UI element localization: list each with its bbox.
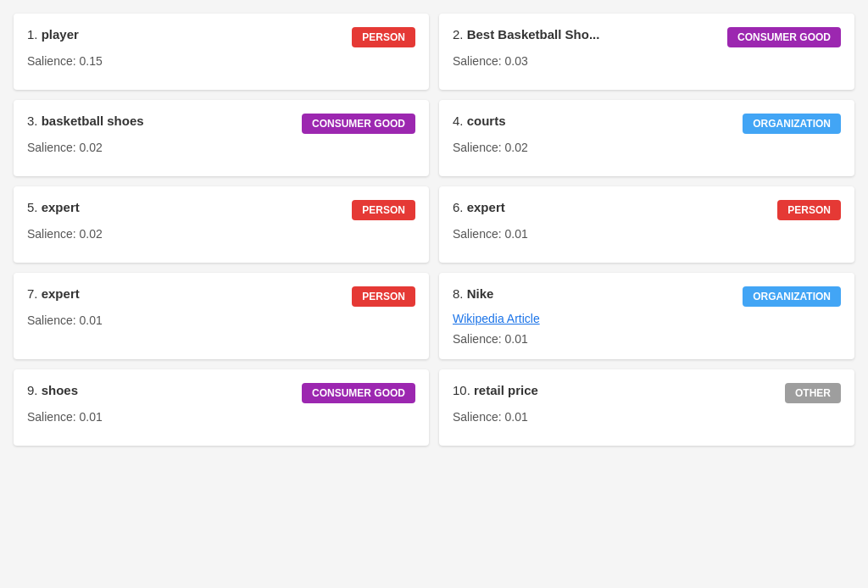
entity-card-7: 7. expert PERSON Salience: 0.01 — [14, 273, 429, 359]
entity-name: Best Basketball Sho... — [467, 27, 600, 42]
entity-name: expert — [42, 200, 80, 214]
salience-label: Salience: — [453, 227, 502, 241]
card-number: 5. — [27, 200, 38, 214]
card-title: 6. expert — [453, 200, 777, 214]
salience-line: Salience: 0.01 — [453, 227, 841, 241]
salience-label: Salience: — [453, 141, 502, 154]
salience-label: Salience: — [27, 410, 76, 424]
card-header: 6. expert PERSON — [453, 200, 841, 220]
salience-value: 0.03 — [504, 54, 527, 68]
entity-badge: ORGANIZATION — [743, 114, 841, 134]
salience-line: Salience: 0.01 — [453, 410, 841, 424]
card-number: 4. — [453, 114, 464, 128]
entity-name: basketball shoes — [42, 114, 144, 128]
entity-card-6: 6. expert PERSON Salience: 0.01 — [439, 186, 854, 263]
entity-badge: ORGANIZATION — [743, 286, 841, 307]
card-number: 7. — [27, 286, 38, 301]
entity-card-1: 1. player PERSON Salience: 0.15 — [14, 14, 429, 90]
salience-line: Salience: 0.02 — [27, 141, 415, 154]
entity-name: shoes — [42, 383, 78, 397]
card-header: 2. Best Basketball Sho... CONSUMER GOOD — [453, 27, 841, 47]
card-title: 10. retail price — [453, 383, 785, 397]
salience-line: Salience: 0.02 — [453, 141, 841, 154]
entity-badge: PERSON — [352, 286, 415, 307]
card-header: 10. retail price OTHER — [453, 383, 841, 403]
card-header: 1. player PERSON — [27, 27, 415, 47]
entity-card-3: 3. basketball shoes CONSUMER GOOD Salien… — [14, 100, 429, 176]
salience-line: Salience: 0.03 — [453, 54, 841, 68]
salience-value: 0.01 — [504, 227, 527, 241]
salience-label: Salience: — [453, 54, 502, 68]
salience-value: 0.02 — [79, 141, 102, 154]
entity-card-8: 8. Nike ORGANIZATION Wikipedia Article S… — [439, 273, 854, 359]
salience-label: Salience: — [27, 313, 76, 327]
entity-card-9: 9. shoes CONSUMER GOOD Salience: 0.01 — [14, 369, 429, 446]
entity-badge: CONSUMER GOOD — [302, 383, 415, 403]
card-title: 4. courts — [453, 114, 743, 128]
salience-line: Salience: 0.15 — [27, 54, 415, 68]
card-header: 5. expert PERSON — [27, 200, 415, 220]
entity-grid: 1. player PERSON Salience: 0.15 2. Best … — [14, 14, 854, 446]
card-header: 4. courts ORGANIZATION — [453, 114, 841, 134]
card-number: 10. — [453, 383, 470, 397]
card-title: 9. shoes — [27, 383, 302, 397]
salience-value: 0.01 — [79, 410, 102, 424]
card-header: 7. expert PERSON — [27, 286, 415, 307]
card-number: 3. — [27, 114, 38, 128]
entity-name: expert — [467, 200, 505, 214]
card-number: 2. — [453, 27, 464, 42]
salience-label: Salience: — [453, 332, 502, 346]
entity-badge: PERSON — [352, 200, 415, 220]
card-header: 9. shoes CONSUMER GOOD — [27, 383, 415, 403]
card-title: 7. expert — [27, 286, 352, 301]
entity-name: expert — [42, 286, 80, 301]
salience-value: 0.01 — [504, 410, 527, 424]
entity-badge: PERSON — [777, 200, 841, 220]
salience-line: Salience: 0.01 — [27, 313, 415, 327]
salience-value: 0.15 — [79, 54, 102, 68]
card-header: 8. Nike ORGANIZATION — [453, 286, 841, 307]
entity-name: courts — [467, 114, 506, 128]
entity-card-5: 5. expert PERSON Salience: 0.02 — [14, 186, 429, 263]
entity-name: Nike — [467, 286, 494, 301]
salience-line: Salience: 0.01 — [453, 332, 841, 346]
salience-label: Salience: — [27, 141, 76, 154]
card-title: 3. basketball shoes — [27, 114, 302, 128]
card-number: 8. — [453, 286, 464, 301]
entity-name: player — [42, 27, 79, 42]
salience-line: Salience: 0.02 — [27, 227, 415, 241]
salience-value: 0.02 — [79, 227, 102, 241]
salience-value: 0.02 — [504, 141, 527, 154]
entity-badge: PERSON — [352, 27, 415, 47]
card-title: 8. Nike — [453, 286, 743, 301]
card-title: 1. player — [27, 27, 352, 42]
salience-value: 0.01 — [79, 313, 102, 327]
card-number: 6. — [453, 200, 464, 214]
card-number: 1. — [27, 27, 38, 42]
salience-label: Salience: — [27, 227, 76, 241]
entity-name: retail price — [474, 383, 538, 397]
entity-card-4: 4. courts ORGANIZATION Salience: 0.02 — [439, 100, 854, 176]
salience-line: Salience: 0.01 — [27, 410, 415, 424]
salience-label: Salience: — [27, 54, 76, 68]
entity-badge: CONSUMER GOOD — [727, 27, 841, 47]
card-header: 3. basketball shoes CONSUMER GOOD — [27, 114, 415, 134]
entity-badge: OTHER — [785, 383, 841, 403]
salience-value: 0.01 — [504, 332, 527, 346]
wikipedia-link[interactable]: Wikipedia Article — [453, 312, 841, 325]
entity-badge: CONSUMER GOOD — [302, 114, 415, 134]
card-title: 5. expert — [27, 200, 352, 214]
salience-label: Salience: — [453, 410, 502, 424]
card-title: 2. Best Basketball Sho... — [453, 27, 727, 42]
entity-card-2: 2. Best Basketball Sho... CONSUMER GOOD … — [439, 14, 854, 90]
card-number: 9. — [27, 383, 38, 397]
entity-card-10: 10. retail price OTHER Salience: 0.01 — [439, 369, 854, 446]
